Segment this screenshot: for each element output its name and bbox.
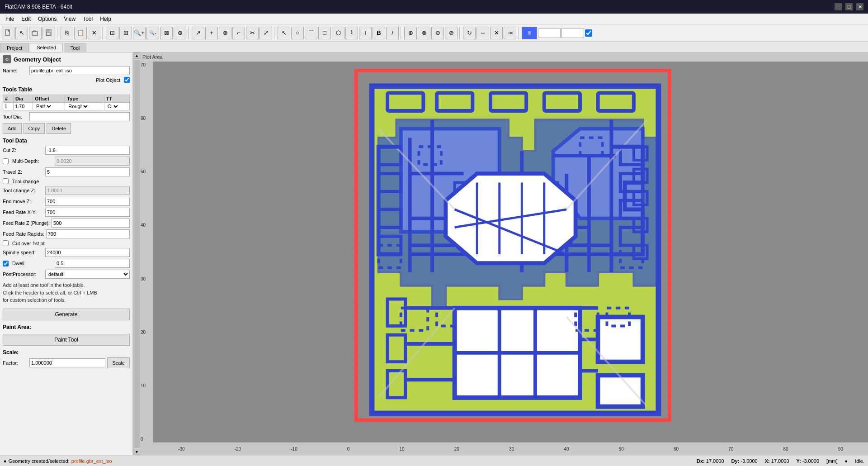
- menu-view[interactable]: View: [60, 15, 79, 23]
- rotate-tool[interactable]: ↻: [463, 27, 476, 39]
- tool-type-select[interactable]: Path Iso: [34, 103, 52, 109]
- path-tool[interactable]: ⌇: [345, 27, 358, 39]
- dwell-checkbox[interactable]: [3, 261, 9, 266]
- svg-rect-3: [32, 32, 38, 35]
- travel-z-input[interactable]: [45, 167, 130, 176]
- delete-button[interactable]: Delete: [47, 123, 71, 134]
- spindle-input[interactable]: [45, 248, 130, 257]
- minimize-button[interactable]: ─: [835, 3, 842, 10]
- factor-input[interactable]: [29, 358, 105, 367]
- postprocessor-select[interactable]: default grbl linuxcnc mach3 mach4: [45, 270, 130, 279]
- multi-depth-input[interactable]: [55, 157, 130, 166]
- scroll-down-arrow[interactable]: ▼: [134, 449, 140, 455]
- zoom-in-button[interactable]: 🔍+: [133, 27, 146, 39]
- tool-extra-select[interactable]: Rough Finish: [66, 103, 89, 109]
- menu-help[interactable]: Help: [96, 15, 115, 23]
- tool-dia-input[interactable]: [29, 112, 130, 121]
- name-input[interactable]: [29, 66, 130, 75]
- replot-button[interactable]: ⊞: [119, 27, 132, 39]
- x-label: X: 17.0000: [765, 458, 789, 464]
- plot-object-checkbox[interactable]: [124, 77, 130, 83]
- copy-obj-button[interactable]: ⎘: [61, 27, 73, 39]
- grid-x-input[interactable]: 1.0: [538, 28, 561, 38]
- arc-tool[interactable]: ⌒: [305, 27, 317, 39]
- flip-tool[interactable]: ↔: [476, 27, 489, 39]
- cut-over-checkbox[interactable]: [3, 240, 9, 246]
- tab-tool[interactable]: Tool: [64, 43, 86, 52]
- x-label--30: -30: [178, 447, 184, 452]
- feed-rate-z-input[interactable]: [52, 219, 130, 228]
- corner-tool[interactable]: ⌐: [232, 27, 245, 39]
- toolbar: ↖ ⎘ 📋 ✕ ⊡ ⊞ 🔍+ 🔍- ⊠ ⊕ ↗ + ⊛ ⌐ ✂ ⤢ ↖ ○ ⌒ …: [0, 24, 868, 42]
- tab-selected[interactable]: Selected: [30, 43, 63, 52]
- cut-z-input[interactable]: [45, 146, 130, 155]
- rect-tool[interactable]: □: [318, 27, 331, 39]
- menu-file[interactable]: File: [2, 15, 18, 23]
- grid-button[interactable]: ⊞: [522, 27, 537, 39]
- name-label: Name:: [3, 68, 28, 73]
- menu-tool[interactable]: Tool: [79, 15, 96, 23]
- tool-num: 1: [3, 103, 14, 110]
- menu-options[interactable]: Options: [34, 15, 60, 23]
- pcb-canvas[interactable]: [153, 62, 868, 442]
- paint-tool-button[interactable]: Paint Tool: [3, 334, 130, 346]
- end-move-z-input[interactable]: [45, 197, 130, 206]
- toolbar-sep3: [188, 27, 190, 39]
- bold-tool[interactable]: B: [373, 27, 385, 39]
- scroll-thumb[interactable]: [134, 60, 140, 448]
- subtract-tool[interactable]: ⊖: [431, 27, 444, 39]
- arrow-tool[interactable]: ↗: [192, 27, 204, 39]
- left-panel-scrollbar[interactable]: ▲ ▼: [133, 52, 140, 455]
- dwell-row: Dwell:: [3, 259, 130, 268]
- titlebar: FlatCAM 8.908 BETA - 64bit ─ □ ✕: [0, 0, 868, 14]
- text-tool[interactable]: T: [359, 27, 372, 39]
- tool-change-z-input[interactable]: [45, 186, 130, 195]
- grid-lock-checkbox[interactable]: [585, 29, 592, 37]
- intersect-tool[interactable]: ⊗: [418, 27, 430, 39]
- line-tool[interactable]: /: [386, 27, 399, 39]
- scale-button[interactable]: Scale: [107, 357, 130, 368]
- tool-tt-select[interactable]: C1 C2: [106, 103, 119, 109]
- maximize-button[interactable]: □: [845, 3, 853, 10]
- grid-y-input[interactable]: 1.0: [561, 28, 584, 38]
- open-button[interactable]: [29, 27, 42, 39]
- paste-obj-button[interactable]: 📋: [74, 27, 87, 39]
- plus-tool[interactable]: +: [205, 27, 218, 39]
- menu-edit[interactable]: Edit: [18, 15, 34, 23]
- feed-rate-rapids-input[interactable]: [46, 229, 130, 238]
- poly-tool[interactable]: ⬡: [332, 27, 344, 39]
- close-geo-button[interactable]: ✕: [490, 27, 503, 39]
- cut-tool[interactable]: ✂: [246, 27, 259, 39]
- move-tool[interactable]: ⤢: [259, 27, 272, 39]
- dwell-input[interactable]: [55, 259, 130, 268]
- close-button[interactable]: ✕: [856, 3, 863, 10]
- zoom-out-button[interactable]: 🔍-: [146, 27, 159, 39]
- zoom-fit-button[interactable]: ⊡: [106, 27, 118, 39]
- end-move-z-row: End move Z:: [3, 197, 130, 206]
- multi-depth-checkbox[interactable]: [3, 158, 9, 164]
- save-button[interactable]: [42, 27, 55, 39]
- new-button[interactable]: [2, 27, 14, 39]
- substract2-tool[interactable]: ⊘: [445, 27, 458, 39]
- transform-tool[interactable]: ⊛: [219, 27, 231, 39]
- zoom-sel-button[interactable]: ⊠: [160, 27, 173, 39]
- add-button[interactable]: Add: [3, 123, 22, 134]
- feed-rate-xy-input[interactable]: [45, 208, 130, 217]
- pointer-button[interactable]: ↖: [15, 27, 28, 39]
- generate-button[interactable]: Generate: [3, 309, 130, 320]
- postprocessor-label: PostProcessor:: [3, 271, 43, 277]
- export-button[interactable]: ⇥: [504, 27, 516, 39]
- union-tool[interactable]: ⊕: [404, 27, 417, 39]
- delete-obj-button[interactable]: ✕: [88, 27, 100, 39]
- spindle-row: Spindle speed:: [3, 248, 130, 257]
- tab-project[interactable]: Project: [0, 43, 29, 52]
- circle-tool[interactable]: ○: [291, 27, 304, 39]
- snap-button[interactable]: ⊕: [174, 27, 186, 39]
- hint-text: Add at least one tool in the tool-table.…: [3, 281, 130, 304]
- scroll-up-arrow[interactable]: ▲: [134, 52, 140, 59]
- copy-button[interactable]: Copy: [24, 123, 45, 134]
- tool-change-checkbox[interactable]: [3, 178, 9, 184]
- panel-header: ⚙ Geometry Object: [3, 55, 130, 63]
- select-tool[interactable]: ↖: [278, 27, 290, 39]
- app-title: FlatCAM 8.908 BETA - 64bit: [5, 4, 72, 10]
